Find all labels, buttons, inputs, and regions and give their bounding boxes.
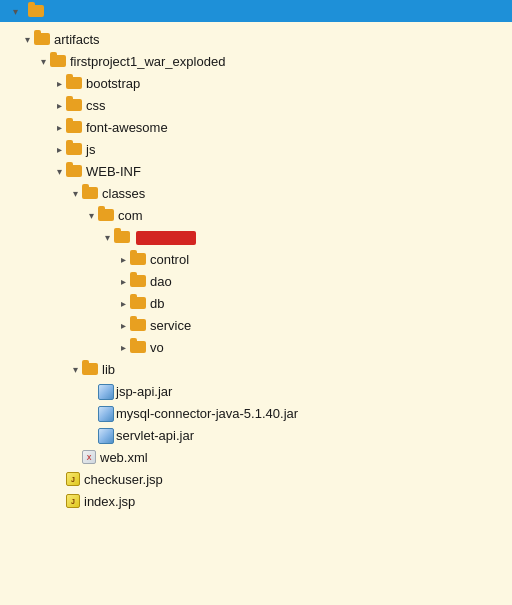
folder-icon [130,253,146,265]
title-chevron[interactable] [8,6,22,17]
folder-icon [82,187,98,199]
tree-chevron[interactable] [116,298,130,309]
tree-chevron[interactable] [68,364,82,375]
tree-chevron[interactable] [116,254,130,265]
folder-icon [98,209,114,221]
tree-row[interactable]: dao [4,270,508,292]
tree-row[interactable]: service [4,314,508,336]
tree-row[interactable]: js [4,138,508,160]
tree-row[interactable]: lib [4,358,508,380]
tree-node-label: bootstrap [86,76,140,91]
tree-node-label: firstproject1_war_exploded [70,54,225,69]
tree-row[interactable]: font-awesome [4,116,508,138]
jsp-icon [66,494,80,508]
jsp-icon [66,472,80,486]
tree-row[interactable]: WEB-INF [4,160,508,182]
tree-chevron[interactable] [116,320,130,331]
tree-chevron[interactable] [52,122,66,133]
tree-chevron[interactable] [20,34,34,45]
folder-icon [130,341,146,353]
tree-row[interactable]: vo [4,336,508,358]
tree-row[interactable]: checkuser.jsp [4,468,508,490]
tree-node-label: checkuser.jsp [84,472,163,487]
tree-container: artifactsfirstproject1_war_explodedboots… [0,22,512,597]
tree-node-label [134,229,196,245]
tree-node-label: control [150,252,189,267]
tree-chevron[interactable] [52,144,66,155]
xml-icon [82,450,96,464]
tree-node-label: lib [102,362,115,377]
folder-icon [66,143,82,155]
tree-row[interactable]: artifacts [4,28,508,50]
tree-node-label: web.xml [100,450,148,465]
folder-icon [130,319,146,331]
tree-row[interactable]: db [4,292,508,314]
tree-node-label: artifacts [54,32,100,47]
tree-row[interactable]: servlet-api.jar [4,424,508,446]
tree-chevron[interactable] [36,56,50,67]
tree-row[interactable]: bootstrap [4,72,508,94]
tree-node-label: classes [102,186,145,201]
folder-icon [50,55,66,67]
folder-icon [34,33,50,45]
tree-chevron[interactable] [116,276,130,287]
jar-icon [98,406,112,420]
tree-node-label: js [86,142,95,157]
folder-icon [66,121,82,133]
tree-row[interactable]: mysql-connector-java-5.1.40.jar [4,402,508,424]
tree-chevron[interactable] [52,100,66,111]
folder-icon [114,231,130,243]
tree-row[interactable]: index.jsp [4,490,508,512]
tree-chevron[interactable] [52,78,66,89]
tree-row[interactable] [4,226,508,248]
tree-row[interactable]: control [4,248,508,270]
tree-row[interactable]: web.xml [4,446,508,468]
tree-node-label: jsp-api.jar [116,384,172,399]
jar-icon [98,384,112,398]
folder-icon [130,297,146,309]
tree-chevron[interactable] [116,342,130,353]
tree-chevron[interactable] [84,210,98,221]
tree-row[interactable]: firstproject1_war_exploded [4,50,508,72]
tree-node-label: dao [150,274,172,289]
tree-node-label: index.jsp [84,494,135,509]
tree-node-label: mysql-connector-java-5.1.40.jar [116,406,298,421]
folder-icon [82,363,98,375]
tree-chevron[interactable] [100,232,114,243]
folder-icon [130,275,146,287]
folder-icon [66,77,82,89]
redacted-label [136,231,196,245]
tree-chevron[interactable] [52,166,66,177]
title-folder-icon [28,5,44,17]
tree-node-label: db [150,296,164,311]
tree-node-label: vo [150,340,164,355]
tree-chevron[interactable] [68,188,82,199]
tree-row[interactable]: classes [4,182,508,204]
tree-row[interactable]: css [4,94,508,116]
tree-node-label: WEB-INF [86,164,141,179]
folder-icon [66,165,82,177]
title-bar [0,0,512,22]
tree-row[interactable]: com [4,204,508,226]
tree-node-label: service [150,318,191,333]
tree-node-label: servlet-api.jar [116,428,194,443]
folder-icon [66,99,82,111]
tree-node-label: com [118,208,143,223]
tree-node-label: css [86,98,106,113]
jar-icon [98,428,112,442]
tree-node-label: font-awesome [86,120,168,135]
tree-row[interactable]: jsp-api.jar [4,380,508,402]
